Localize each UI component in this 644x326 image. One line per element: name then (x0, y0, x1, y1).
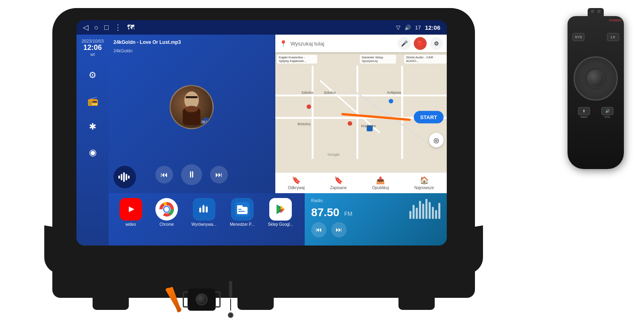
radio-next-button[interactable]: ⏭ (331, 222, 347, 237)
radio-icon[interactable]: 📻 (84, 92, 101, 110)
svg-text:Szkolna: Szkolna (301, 91, 314, 95)
map-panel[interactable]: 📍 Wyszukaj tutaj 🎤 🔴 ⚙ (275, 35, 447, 193)
svg-rect-42 (237, 205, 243, 208)
map-search-icon: 📍 (279, 40, 287, 47)
app-chrome[interactable]: Chrome (155, 198, 178, 227)
app-playstore[interactable]: Sklep Googl... (268, 198, 293, 227)
filemanager-label: Menedżer P... (230, 222, 254, 227)
radio-frequency: 87.50 (311, 206, 339, 219)
svg-rect-43 (238, 209, 242, 210)
next-button[interactable]: ⏭ (210, 166, 228, 184)
svg-rect-41 (237, 207, 248, 214)
menu-icon[interactable]: ⋮ (114, 23, 122, 32)
pry-tools (173, 287, 175, 313)
apps-panel: wideo (109, 193, 304, 246)
aux-plug (229, 281, 232, 297)
vol-label: VOL (601, 115, 613, 119)
wifi-icon: ▽ (396, 24, 400, 31)
map-location-button[interactable]: ◎ (429, 133, 444, 147)
prev-button[interactable]: ⏮ (155, 166, 173, 184)
app-wideo[interactable]: wideo (120, 198, 142, 227)
location-icon[interactable]: ◉ (84, 144, 101, 161)
map-photo-button[interactable]: 🔴 (414, 37, 427, 50)
map-search-bar: 📍 Wyszukaj tutaj 🎤 🔴 ⚙ (275, 35, 447, 52)
remote-vol-button[interactable]: 🔊 (601, 107, 613, 115)
map-label-strefa: Strefa Audio - CAR AUDIO... (404, 55, 447, 64)
svg-point-2 (185, 106, 198, 112)
svg-rect-5 (121, 174, 122, 180)
map-mic-button[interactable]: 🎤 (398, 37, 411, 50)
svg-rect-44 (238, 211, 245, 212)
map-bottom-bar: 🔖 Odkrywaj 🔖 Zapisane 📤 Opublikuj (275, 172, 447, 193)
zapisane-icon: 🔖 (334, 176, 343, 185)
play-pause-button[interactable]: ⏸ (181, 164, 202, 185)
song-artist: 24kGoldn (114, 48, 270, 53)
power-area: POWER (609, 19, 621, 22)
radio-waveform (409, 206, 440, 219)
svg-point-26 (388, 99, 393, 103)
aux-jack (228, 312, 233, 318)
chrome-label: Chrome (159, 222, 174, 227)
start-button[interactable]: START (414, 111, 444, 123)
accessories (173, 281, 233, 318)
map-tab-opublikuj[interactable]: 📤 Opublikuj (372, 176, 389, 190)
status-time: 12:06 (425, 24, 440, 31)
screen: ◁ ○ □ ⋮ 🗺 ▽ 🔊 17 12:06 2023 (76, 20, 447, 246)
bottom-row: wideo (109, 193, 447, 246)
map-tab-odkrywaj[interactable]: 🔖 Odkrywaj (288, 176, 305, 190)
remote-body: SYS LX ⬆ NAVI 🔊 VOL (568, 16, 624, 169)
lx-label: LX (611, 35, 615, 39)
back-icon[interactable]: ◁ (83, 23, 89, 32)
equalizer-icon (193, 198, 215, 221)
radio-prev-button[interactable]: ⏮ (311, 222, 326, 237)
remote-bottom-row: ⬆ NAVI 🔊 VOL (571, 107, 621, 119)
map-settings-button[interactable]: ⚙ (430, 37, 443, 50)
svg-rect-7 (126, 174, 127, 180)
mount-tab-right (398, 290, 435, 310)
svg-rect-8 (128, 175, 130, 179)
remote-sys-button[interactable]: SYS (572, 33, 584, 41)
radio-band: FM (344, 210, 352, 217)
status-right: ▽ 🔊 17 12:06 (396, 24, 440, 31)
playback-controls: ⏮ ⏸ ⏭ (114, 161, 270, 188)
dpad-container (574, 56, 618, 101)
app-filemanager[interactable]: Menedżer P... (230, 198, 254, 227)
power-label: POWER (609, 19, 621, 22)
bluetooth-icon[interactable]: ✱ (84, 118, 101, 136)
song-title: 24kGoldn - Love Or Lust.mp3 (114, 39, 270, 45)
map-tab-zapisane[interactable]: 🔖 Zapisane (330, 176, 347, 190)
remote-lx-button[interactable]: LX (607, 33, 619, 41)
dpad-ring[interactable] (574, 56, 618, 101)
app-equalizer[interactable]: Wyrównywa... (192, 198, 217, 227)
wideo-label: wideo (126, 222, 136, 227)
dpad-center[interactable] (586, 69, 605, 88)
playstore-icon (269, 198, 292, 221)
navi-icon: ⬆ (582, 109, 586, 113)
maps-icon[interactable]: 🗺 (127, 23, 134, 32)
navi-label: NAVI (578, 115, 590, 119)
map-tab-najnowsze[interactable]: 🏠 Najnowsze (414, 176, 434, 190)
odkrywaj-label: Odkrywaj (288, 186, 305, 190)
mount-tab-center (237, 290, 274, 310)
volume-level: 17 (415, 25, 421, 31)
svg-rect-37 (200, 206, 201, 207)
svg-rect-34 (199, 208, 201, 213)
remote-navi-button[interactable]: ⬆ (578, 107, 590, 115)
radio-controls: ⏮ ⏭ (311, 222, 440, 237)
svg-rect-36 (206, 206, 208, 213)
svg-text:Kofejowa: Kofejowa (387, 91, 401, 95)
sidebar-time: 12:06 (81, 43, 103, 52)
camera-bracket-right (215, 291, 221, 307)
svg-point-25 (347, 121, 352, 126)
recent-icon[interactable]: □ (104, 23, 109, 32)
music-panel: 24kGoldn - Love Or Lust.mp3 24kGoldn (109, 35, 275, 193)
sidebar: 2023/10/03 12:06 wt ⚙ 📻 ✱ ◉ (76, 35, 109, 246)
map-label-danielek: Danielek Sklep Spożywczy (360, 55, 396, 64)
svg-point-32 (164, 207, 169, 212)
home-icon[interactable]: ○ (94, 23, 99, 32)
svg-rect-3 (186, 96, 198, 98)
settings-icon[interactable]: ⚙ (84, 66, 101, 84)
waveform-badge[interactable] (114, 166, 136, 188)
nav-icons: ◁ ○ □ ⋮ 🗺 (83, 23, 393, 32)
aux-cable (228, 281, 233, 318)
